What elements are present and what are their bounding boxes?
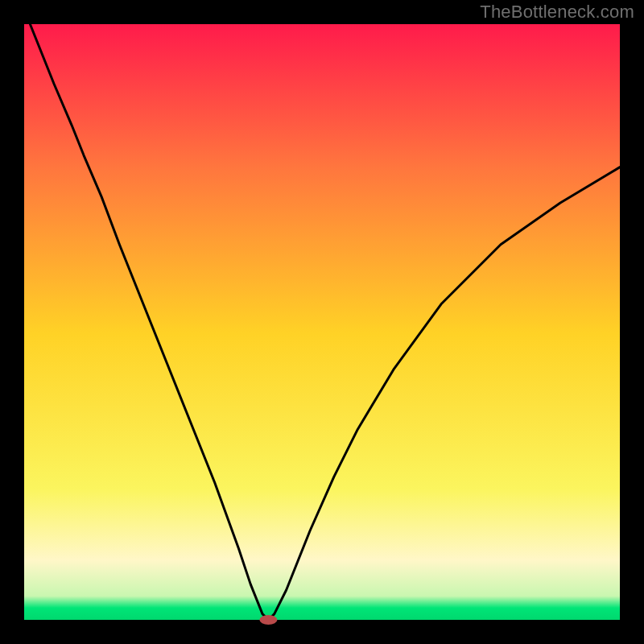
chart-container: TheBottleneck.com bbox=[0, 0, 644, 644]
optimal-point-marker bbox=[259, 615, 277, 625]
chart-svg bbox=[0, 0, 644, 644]
chart-plot-area bbox=[24, 24, 620, 620]
watermark-text: TheBottleneck.com bbox=[480, 2, 634, 23]
